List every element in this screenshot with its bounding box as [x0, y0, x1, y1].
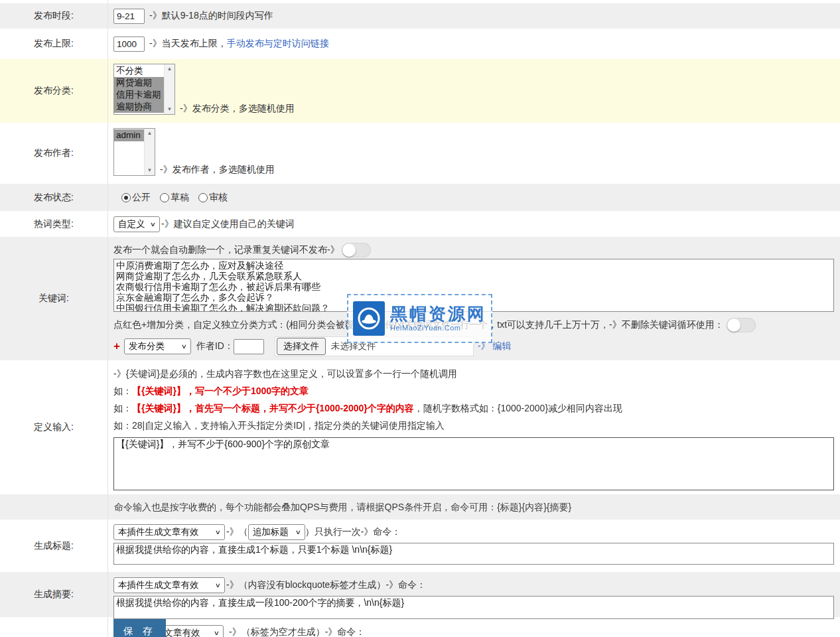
define-input-label: 定义输入:: [34, 421, 74, 433]
hotword-type-hint: -》建议自定义使用自己的关键词: [161, 218, 295, 230]
example-red-text: 【{关键词}】，首先写一个标题，并写不少于{1000-2000}个字的内容: [132, 403, 414, 413]
hotword-type-label: 热词类型:: [34, 218, 74, 230]
scroll-up-icon[interactable]: ▲: [147, 130, 153, 137]
radio-public-label: 公开: [132, 192, 151, 204]
author-id-label: 作者ID：: [196, 340, 234, 352]
category-option[interactable]: 信用卡逾期: [114, 89, 164, 101]
listbox-scrollbar[interactable]: ▲ ▼: [164, 64, 175, 114]
gen-title-textarea[interactable]: 根据我提供给你的内容，直接生成1个标题，只要1个标题 \n\n{标题}: [113, 543, 834, 565]
radio-review-label: 审核: [209, 192, 228, 204]
publish-limit-hint: -》当天发布上限，: [149, 38, 227, 50]
row-publish-time: 发布时段: -》默认9-18点的时间段内写作: [0, 3, 840, 29]
watermark-title: 黑帽资源网: [390, 305, 486, 323]
define-input-hint3: 如：【{关键词}】，首先写一个标题，并写不少于{1000-2000}个字的内容，…: [113, 403, 840, 415]
keyword-category-select[interactable]: 发布分类 ∨: [124, 338, 191, 354]
example-red-text: 【{关键词}】，写一个不少于1000字的文章: [132, 386, 309, 396]
edit-link[interactable]: 编辑: [493, 340, 512, 352]
hotword-type-select[interactable]: 自定义 ∨: [113, 216, 160, 232]
radio-draft[interactable]: [160, 193, 169, 202]
publish-limit-input[interactable]: [113, 36, 145, 52]
row-define-input: 定义输入: -》{关键词}是必须的，生成内容字数也在这里定义，可以设置多个一行一…: [0, 360, 840, 494]
define-input-hint4: 如：28|自定义输入，支持输入开头指定分类ID|，指定分类的关键词使用指定输入: [113, 420, 840, 432]
publish-limit-label: 发布上限:: [34, 38, 74, 50]
row-command-banner: 命令输入也是按字收费的，每个功能都会叠加QPS与费用，请根据QPS条件开启，命令…: [0, 494, 840, 520]
chevron-down-icon: ∨: [150, 221, 156, 228]
radio-public[interactable]: [121, 193, 131, 202]
gen-summary-mode-select[interactable]: 本插件生成文章有效 ∨: [113, 577, 225, 593]
radio-review[interactable]: [198, 193, 208, 202]
gen-tag-after-text: -》（标签为空才生成）-》命令：: [229, 626, 365, 637]
choose-file-button[interactable]: 选择文件: [277, 338, 326, 355]
chevron-down-icon: ∨: [295, 529, 301, 535]
row-publish-status: 发布状态: 公开 草稿 审核: [0, 184, 840, 211]
watermark-url: HeiMaoZiYuan.Com: [390, 324, 486, 332]
publish-author-hint: -》发布作者，多选随机使用: [160, 164, 275, 176]
chevron-down-icon: ∨: [214, 630, 220, 636]
gen-summary-after-text: -》（内容没有blockquote标签才生成）-》命令：: [226, 579, 426, 591]
row-publish-category: 发布分类: 不分类 网贷逾期 信用卡逾期 逾期协商 ▲ ▼ -》发布分类，多选随…: [0, 59, 840, 123]
auto-delete-hint: 发布一个就会自动删除一个，记录重复关键词不发布-》: [113, 244, 340, 256]
site-watermark: 黑帽资源网 HeiMaoZiYuan.Com: [347, 294, 492, 343]
publish-category-listbox[interactable]: 不分类 网贷逾期 信用卡逾期 逾期协商 ▲ ▼: [113, 64, 175, 115]
keywords-label: 关键词:: [38, 293, 69, 305]
row-bottom: 本插件生成文章有效 ∨ 保 存 -》（标签为空才生成）-》命令：: [0, 617, 840, 637]
define-input-hint1: -》{关键词}是必须的，生成内容字数也在这里定义，可以设置多个一行一个随机调用: [113, 368, 840, 380]
define-input-hint2: 如：【{关键词}】，写一个不少于1000字的文章: [113, 386, 840, 397]
define-input-textarea[interactable]: 【{关键词}】，并写不少于{600-900}个字的原创文章: [113, 437, 834, 490]
auto-delete-toggle[interactable]: [342, 243, 371, 257]
publish-time-hint: -》默认9-18点的时间段内写作: [149, 10, 273, 22]
publish-status-label: 发布状态:: [34, 192, 74, 204]
gen-title-after-text: ）只执行一次-》命令：: [305, 526, 401, 538]
gen-title-mid-text: -》（: [226, 526, 248, 538]
scroll-down-icon[interactable]: ▼: [167, 106, 173, 113]
command-banner-text: 命令输入也是按字收费的，每个功能都会叠加QPS与费用，请根据QPS条件开启，命令…: [108, 494, 840, 520]
publish-author-listbox[interactable]: admin ▲ ▼: [113, 128, 155, 176]
author-id-input[interactable]: [234, 339, 264, 354]
category-option[interactable]: 不分类: [114, 65, 164, 77]
row-hotword-type: 热词类型: 自定义 ∨ -》建议自定义使用自己的关键词: [0, 211, 840, 237]
publish-time-input[interactable]: [113, 9, 145, 24]
scroll-up-icon[interactable]: ▲: [167, 66, 173, 72]
row-gen-summary: 生成摘要: 本插件生成文章有效 ∨ -》（内容没有blockquote标签才生成…: [0, 572, 840, 617]
chevron-down-icon: ∨: [215, 529, 221, 535]
chevron-down-icon: ∨: [215, 582, 221, 589]
plugin-settings-page: 发布时段: -》默认9-18点的时间段内写作 发布上限: -》当天发布上限， 手…: [0, 0, 840, 637]
author-option[interactable]: admin: [114, 129, 144, 141]
row-gen-title: 生成标题: 本插件生成文章有效 ∨ -》（ 追加标题 ∨ ）只执行一次-》命令：…: [0, 520, 840, 572]
save-button[interactable]: 保 存: [113, 619, 166, 637]
publish-category-hint: -》发布分类，多选随机使用: [180, 103, 295, 115]
publish-time-label: 发布时段:: [34, 10, 74, 22]
gen-summary-textarea[interactable]: 根据我提供给你的内容，直接生成一段100-200个字的摘要，\n\n{标题}: [113, 596, 834, 619]
hat-logo-icon: [353, 301, 385, 336]
gen-title-label: 生成标题:: [34, 540, 74, 552]
radio-draft-label: 草稿: [171, 192, 189, 204]
gen-title-mode-select[interactable]: 本插件生成文章有效 ∨: [113, 524, 225, 540]
row-publish-limit: 发布上限: -》当天发布上限， 手动发布与定时访问链接: [0, 29, 840, 59]
chevron-down-icon: ∨: [181, 343, 187, 350]
gen-summary-label: 生成摘要:: [34, 589, 74, 601]
gen-title-append-select[interactable]: 追加标题 ∨: [248, 524, 305, 540]
category-option[interactable]: 网贷逾期: [114, 77, 164, 89]
row-publish-author: 发布作者: admin ▲ ▼ -》发布作者，多选随机使用: [0, 123, 840, 184]
add-category-button[interactable]: +: [113, 340, 120, 353]
listbox-scrollbar[interactable]: ▲ ▼: [144, 129, 155, 175]
publish-category-label: 发布分类:: [34, 85, 74, 97]
publish-author-label: 发布作者:: [34, 147, 74, 159]
category-option[interactable]: 逾期协商: [114, 101, 164, 113]
manual-publish-link[interactable]: 手动发布与定时访问链接: [227, 38, 329, 50]
scroll-down-icon[interactable]: ▼: [147, 167, 153, 174]
keep-keywords-toggle[interactable]: [727, 318, 756, 332]
